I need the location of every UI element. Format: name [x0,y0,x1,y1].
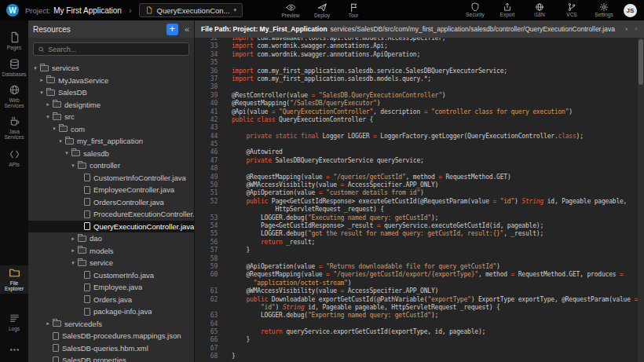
tree-item-salesdb-procedures-mappings-json[interactable]: SalesDB-procedures.mappings.json [28,330,194,342]
gear-icon[interactable] [625,24,628,34]
tree-item-orderscontroller-java[interactable]: OrdersController.java [28,196,194,209]
code-line[interactable]: 53 LOGGER.debug("Executing named query: … [195,214,638,222]
tree-item-procedureexecutioncontroller-java[interactable]: ProcedureExecutionController.java [28,208,194,221]
code-line[interactable]: 68} [195,353,638,360]
code-editor[interactable]: 32import com.wavemaker.tools.api.core.mo… [195,38,644,362]
tree-item-src[interactable]: ▾src [28,111,194,123]
tree-item-my-first-application[interactable]: ▾my_first_application [28,135,194,148]
tree-item-designtime[interactable]: ▸designtime [28,99,194,112]
tree-item-service[interactable]: ▾service [28,257,194,269]
code-line[interactable]: 44 private static final Logger LOGGER = … [195,133,638,141]
code-line[interactable]: 46 @Autowired [195,148,638,156]
tree-item-salesdb-properties[interactable]: SalesDB.properties [28,354,194,362]
open-file-dropdown[interactable]: QueryExecutionCon... ▾ [139,3,243,17]
tree-item-orders-java[interactable]: Orders.java [28,294,194,306]
tree-item-myjavaservice[interactable]: ▸MyJavaService [28,75,194,87]
header-action-i18n[interactable]: i18N [527,2,552,18]
header-action-security[interactable]: Security [463,2,488,18]
header-action-deploy[interactable]: Deploy [309,2,335,19]
tree-item-servicedefs[interactable]: ▸servicedefs [28,318,194,331]
chevron-right-icon[interactable]: ▸ [69,236,77,242]
code-line[interactable]: 63 LOGGER.debug("Exporting named query: … [195,312,638,320]
code-line[interactable]: 35 [195,59,638,67]
code-line[interactable]: 62 public Downloadable exportGetCustId(@… [195,296,638,304]
code-line[interactable]: 64 [195,320,638,328]
code-line[interactable]: 55 LOGGER.debug("got the result for name… [195,230,638,238]
chevron-down-icon[interactable]: ▾ [31,65,39,71]
code-line[interactable]: 36import com.my_first_application.salesd… [195,68,638,75]
code-line[interactable]: 58 [195,255,638,263]
wavemaker-logo[interactable]: W [6,4,19,16]
code-line[interactable]: 67 [195,345,638,353]
code-line[interactable]: 66 } [195,336,638,344]
header-action-preview[interactable]: Preview [278,2,303,19]
tree-item-services[interactable]: ▾services [28,62,194,75]
search-input[interactable] [48,46,185,53]
activity-item-databases[interactable]: Databases [0,57,28,79]
code-line[interactable]: 39@RestController(value = "SalesDB.Query… [195,92,638,100]
code-line[interactable]: 42public class QueryExecutionController … [195,116,638,124]
code-line[interactable]: 57 } [195,247,638,254]
chevron-right-icon[interactable]: ▸ [44,101,52,108]
tree-item-customerinfocontroller-java[interactable]: CustomerInfoController.java [28,172,194,185]
activity-item-web-services[interactable]: Web Services [0,82,28,111]
tree-item-com[interactable]: ▾com [28,123,194,136]
code-line[interactable]: 47 private SalesDBQueryExecutorService q… [195,157,638,165]
tree-item-controller[interactable]: ▾controller [28,159,194,172]
tree-item-salesdb-queries-hbm-xml[interactable]: SalesDB-queries.hbm.xml [28,342,194,355]
refresh-icon[interactable] [635,24,638,34]
code-line[interactable]: 50 @WMAccessVisibility(value = AccessSpe… [195,181,638,189]
code-line[interactable]: 56 return _result; [195,239,638,247]
code-line[interactable]: "id") String id, Pageable pageable, Http… [195,304,638,312]
tree-item-dao[interactable]: ▸dao [28,232,194,245]
code-line[interactable]: 37import com.my_first_application.salesd… [195,75,638,83]
tree-item-salesdb[interactable]: ▾SalesDB [28,86,194,99]
code-line[interactable]: 65 return queryService.exportGetCustId(e… [195,328,638,336]
chevron-down-icon[interactable]: ▾ [50,126,58,132]
code-line[interactable]: 59 @ApiOperation(value = "Returns downlo… [195,263,638,271]
activity-item-logs[interactable]: Logs [0,311,28,333]
collapse-panel-button[interactable]: « [185,24,189,34]
user-avatar[interactable]: JS [624,4,637,17]
header-action-vcs[interactable]: VCS [559,2,584,18]
code-line[interactable]: 48 [195,165,638,173]
header-action-tour[interactable]: Tour [341,2,366,19]
chevron-right-icon[interactable]: ▸ [69,247,77,254]
code-line[interactable]: 34import com.wordnik.swagger.annotations… [195,51,638,59]
chevron-right-icon[interactable]: ▸ [44,320,52,327]
tree-item-package-info-java[interactable]: package-info.java [28,305,194,318]
activity-item-file-explorer[interactable]: File Explorer [0,265,28,294]
scrollbar-thumb[interactable] [639,39,643,85]
code-line[interactable]: 40@RequestMapping("/SalesDB/queryExecuto… [195,100,638,108]
code-line[interactable]: 52 public Page<GetCustIdResponse> execut… [195,198,638,206]
code-line[interactable]: 54 Page<GetCustIdResponse> _result = que… [195,222,638,230]
tree-item-models[interactable]: ▸models [28,245,194,258]
header-action-settings[interactable]: Settings [591,2,617,18]
code-line[interactable]: 61 @WMAccessVisibility(value = AccessSpe… [195,287,638,295]
tree-item-salesdb[interactable]: ▾salesdb [28,148,194,160]
chevron-down-icon[interactable]: ▾ [69,260,77,266]
add-resource-button[interactable]: + [166,24,178,35]
activity-item-java-services[interactable]: Java Services [0,114,28,142]
tree-item-queryexecutioncontroller-java[interactable]: QueryExecutionController.java [28,221,194,233]
chevron-down-icon[interactable]: ▾ [44,114,52,120]
chevron-down-icon[interactable]: ▾ [38,90,46,96]
code-line[interactable]: 60 @RequestMapping(value = "/queries/get… [195,271,638,279]
code-line[interactable]: 43 [195,124,638,132]
tree-item-employee-java[interactable]: Employee.java [28,281,194,294]
tree-item-customerinfo-java[interactable]: CustomerInfo.java [28,269,194,282]
chevron-down-icon[interactable]: ▾ [63,150,71,156]
code-line[interactable]: 45 [195,141,638,148]
tree-item-employeecontroller-java[interactable]: EmployeeController.java [28,184,194,196]
chevron-down-icon[interactable]: ▾ [69,163,77,169]
chevron-down-icon[interactable]: ▾ [57,138,64,144]
code-line[interactable]: 38 [195,83,638,91]
code-line[interactable]: HttpServletRequest _request) { [195,206,638,214]
activity-item-more[interactable] [0,342,28,357]
code-line[interactable]: 33import com.wordnik.swagger.annotations… [195,42,638,50]
code-line[interactable]: 41@Api(value = "QueryExecutionController… [195,108,638,116]
code-line[interactable]: "application/octet-stream") [195,280,638,287]
activity-item-pages[interactable]: Pages [0,30,28,52]
code-line[interactable]: 51 @ApiOperation(value = "customer detai… [195,189,638,197]
header-action-export[interactable]: Export [495,2,520,18]
